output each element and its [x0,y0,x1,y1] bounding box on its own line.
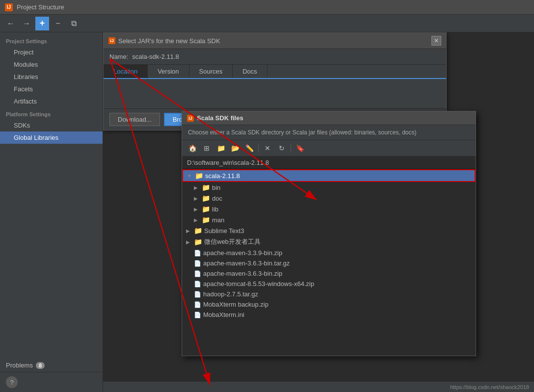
tab-sources[interactable]: Sources [189,65,233,78]
status-bar: https://blog.csdn.net/shaock2018 [103,381,534,392]
file-icon: 📄 [194,250,201,257]
project-settings-label: Project Settings [0,34,103,46]
tree-item-label: scala-2.11.8 [205,172,240,180]
toolbar-folder-new-button[interactable]: 📂 [229,142,241,154]
file-toolbar: 🏠 ⊞ 📁 📂 ✏️ ✕ ↻ 🔖 [182,140,476,157]
folder-icon: 📁 [194,227,202,235]
folder-icon: 📁 [202,205,210,213]
tree-item-lib[interactable]: ▶📁lib [182,204,476,214]
folder-icon: 📁 [195,172,203,180]
tree-item-label: apache-tomcat-8.5.53-windows-x64.zip [203,280,314,287]
file-icon: 📄 [194,291,201,298]
toolbar-edit-button[interactable]: ✏️ [243,142,256,154]
jar-dialog-icon: IJ [108,37,115,44]
tree-item-mobaxterm-zip[interactable]: 📄MobaXterm backup.zip [182,299,476,310]
tab-docs[interactable]: Docs [233,65,267,78]
toolbar-home-button[interactable]: 🏠 [186,142,199,154]
tree-item-apache-maven-363-tar[interactable]: 📄apache-maven-3.6.3-bin.tar.gz [182,258,476,268]
name-label: Name: [109,53,128,60]
expand-arrow: ▶ [194,196,200,201]
sidebar-item-global-libraries[interactable]: Global Libraries [0,131,103,144]
file-icon: 📄 [194,301,201,308]
platform-settings-label: Platform Settings [0,107,103,119]
scala-description: Choose either a Scala SDK directory or S… [182,125,476,140]
toolbar-separator-2 [291,144,291,153]
sidebar-item-sdks[interactable]: SDKs [0,119,103,131]
help-button[interactable]: ? [6,376,18,388]
scala-sdk-dialog[interactable]: IJ Scala SDK files Choose either a Scala… [182,111,476,356]
toolbar-delete-button[interactable]: ✕ [261,142,274,154]
toolbar-folder-up-button[interactable]: 📁 [214,142,227,154]
expand-arrow: ▶ [194,207,200,212]
file-icon: 📄 [194,270,201,277]
add-button[interactable]: + [35,17,49,30]
tree-item-label: hadoop-2.7.5.tar.gz [203,290,258,298]
tree-item-apache-maven-339[interactable]: 📄apache-maven-3.3.9-bin.zip [182,248,476,258]
problems-row[interactable]: Problems 8 [0,359,103,372]
nav-bar: ← → + − ⧉ [0,15,534,32]
folder-icon: 📁 [202,183,210,191]
sidebar-item-artifacts[interactable]: Artifacts [0,95,103,107]
path-bar: D:\software_win\scala-2.11.8 [182,157,476,169]
tree-item-label: bin [212,184,220,191]
jar-dialog-title-bar: IJ Select JAR's for the new Scala SDK ✕ [104,33,446,49]
problems-badge: 8 [36,362,45,369]
tree-item-doc[interactable]: ▶📁doc [182,193,476,204]
problems-label: Problems [6,362,33,369]
sidebar-bottom: ? [0,372,103,392]
file-tree[interactable]: ▼📁scala-2.11.8▶📁bin▶📁doc▶📁lib▶📁man▶📁Subl… [182,169,476,356]
toolbar-bookmark-button[interactable]: 🔖 [294,142,306,154]
jar-content [104,79,446,108]
tab-version[interactable]: Version [148,65,189,78]
tree-item-label: Sublime Text3 [204,227,244,235]
toolbar-grid-button[interactable]: ⊞ [200,142,213,154]
app-icon: IJ [5,3,13,11]
folder-icon: 📁 [202,194,210,202]
tree-item-label: apache-maven-3.6.3-bin.tar.gz [203,260,290,267]
tree-item-apache-tomcat[interactable]: 📄apache-tomcat-8.5.53-windows-x64.zip [182,279,476,289]
toolbar-separator [258,144,259,153]
back-button[interactable]: ← [4,17,18,30]
tree-item-hadoop[interactable]: 📄hadoop-2.7.5.tar.gz [182,289,476,299]
tree-item-label: doc [212,195,222,202]
expand-arrow: ▶ [186,228,192,234]
tree-item-wechat[interactable]: ▶📁微信web开发者工具 [182,236,476,248]
file-icon: 📄 [194,281,201,287]
jar-tabs: Location Version Sources Docs [104,65,446,79]
tree-item-scala-root[interactable]: ▼📁scala-2.11.8 [182,169,476,182]
forward-button[interactable]: → [20,17,33,30]
folder-icon: 📁 [202,216,210,224]
scala-dialog-icon: IJ [187,115,194,122]
scala-dialog-title: Scala SDK files [197,114,243,122]
sidebar-item-facets[interactable]: Facets [0,83,103,95]
tab-location[interactable]: Location [104,65,148,79]
scala-dialog-title-bar: IJ Scala SDK files [182,111,476,125]
status-url: https://blog.csdn.net/shaock2018 [450,384,529,390]
download-button[interactable]: Download... [109,113,160,126]
tree-item-label: apache-maven-3.6.3-bin.zip [203,270,282,277]
tree-item-man[interactable]: ▶📁man [182,214,476,225]
tree-item-bin[interactable]: ▶📁bin [182,182,476,193]
expand-arrow: ▶ [186,239,192,245]
sidebar-item-libraries[interactable]: Libraries [0,71,103,83]
sidebar: Project Settings Project Modules Librari… [0,32,103,392]
expand-arrow: ▶ [194,185,200,190]
tree-item-apache-maven-363-zip[interactable]: 📄apache-maven-3.6.3-bin.zip [182,268,476,279]
tree-item-label: apache-maven-3.3.9-bin.zip [203,249,282,257]
file-icon: 📄 [194,260,201,267]
name-row: Name: scala-sdk-2.11.8 [104,49,446,65]
title-bar: IJ Project Structure [0,0,534,15]
jar-dialog-close-button[interactable]: ✕ [431,36,441,46]
toolbar-refresh-button[interactable]: ↻ [275,142,288,154]
copy-button[interactable]: ⧉ [67,17,80,30]
sidebar-item-project[interactable]: Project [0,46,103,58]
sidebar-item-modules[interactable]: Modules [0,58,103,71]
tree-item-sublime[interactable]: ▶📁Sublime Text3 [182,225,476,236]
remove-button[interactable]: − [51,17,65,30]
tree-item-label: 微信web开发者工具 [204,237,261,246]
tree-item-label: man [212,216,224,224]
main-layout: Project Settings Project Modules Librari… [0,32,534,392]
expand-arrow: ▶ [194,217,200,223]
tree-item-mobaxterm-ini[interactable]: 📄MobaXterm.ini [182,310,476,320]
content-area: IJ Select JAR's for the new Scala SDK ✕ … [103,32,534,392]
